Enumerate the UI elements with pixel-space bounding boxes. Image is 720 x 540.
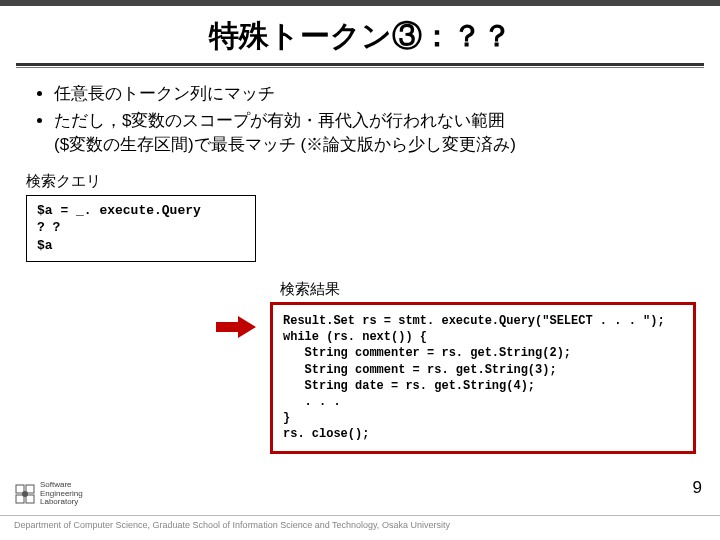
title-rule-thin xyxy=(16,67,704,68)
svg-marker-0 xyxy=(216,316,256,338)
slide-title: 特殊トークン③：？？ xyxy=(0,6,720,63)
query-label: 検索クエリ xyxy=(26,172,720,191)
logo-line3: Laboratory xyxy=(40,497,78,506)
svg-rect-3 xyxy=(16,495,24,503)
query-code-box: $a = _. execute.Query ? ? $a xyxy=(26,195,256,262)
footer-rule xyxy=(0,515,720,516)
bullet-2: ただし，$変数のスコープが有効・再代入が行われない範囲 ($変数の生存区間)で最… xyxy=(54,109,692,158)
svg-rect-2 xyxy=(26,485,34,493)
bullet-1: 任意長のトークン列にマッチ xyxy=(54,82,692,107)
slide-number: 9 xyxy=(693,478,702,498)
lab-logo-icon xyxy=(14,483,36,505)
result-label: 検索結果 xyxy=(280,280,340,299)
bullet-2-cont: ($変数の生存区間)で最長マッチ (※論文版から少し変更済み) xyxy=(54,135,516,154)
lab-logo-text: Software Engineering Laboratory xyxy=(40,481,83,506)
bullet-list: 任意長のトークン列にマッチ ただし，$変数のスコープが有効・再代入が行われない範… xyxy=(36,82,692,158)
footer-text: Department of Computer Science, Graduate… xyxy=(14,520,450,530)
title-rule-thick xyxy=(16,63,704,66)
arrow-icon xyxy=(216,316,256,338)
svg-rect-1 xyxy=(16,485,24,493)
result-code-box: Result.Set rs = stmt. execute.Query("SEL… xyxy=(270,302,696,454)
bullet-2-text: ただし，$変数のスコープが有効・再代入が行われない範囲 xyxy=(54,111,505,130)
svg-point-5 xyxy=(22,491,28,497)
svg-rect-4 xyxy=(26,495,34,503)
footer-logo: Software Engineering Laboratory xyxy=(14,480,104,508)
